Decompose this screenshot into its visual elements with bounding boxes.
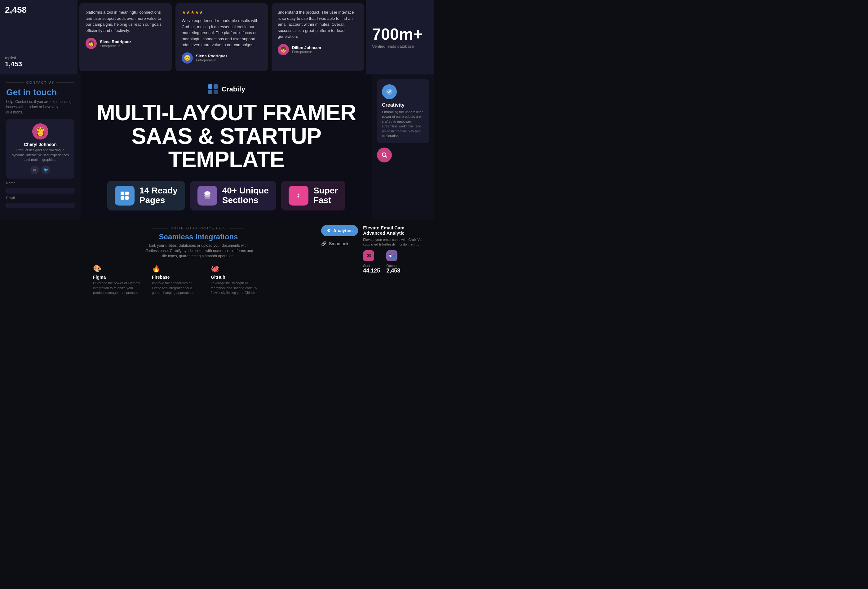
title-line1: MULTI-LAYOUT FRAMER bbox=[93, 101, 360, 125]
svg-rect-2 bbox=[208, 90, 213, 94]
email-campaign-area: Elevate Email Cam Advanced Analytic Elev… bbox=[363, 225, 429, 289]
github-desc: Leverage the strength of teamwork and sh… bbox=[211, 281, 260, 294]
unite-label-text: UNITE YOUR PROCESSES bbox=[170, 226, 226, 230]
testimonial-text-3: understand the product. The user interfa… bbox=[278, 9, 358, 40]
author-name-1: Siena Rodriguez bbox=[100, 39, 131, 44]
social-btn-1[interactable]: ✉ bbox=[30, 165, 39, 174]
avatar-emoji-3: 👨 bbox=[280, 46, 287, 53]
testimonial-card-2: ★★★★★ We've experienced remarkable resul… bbox=[176, 3, 268, 71]
member-avatar-emoji: 👸 bbox=[35, 127, 46, 137]
avatar-1: 👩 bbox=[86, 38, 97, 49]
touch-heading: Get in touch bbox=[6, 87, 74, 97]
analytics-button[interactable]: ⚙ Analytics bbox=[321, 225, 358, 236]
author-info-3: Dillon Johnson Entrepreneur bbox=[292, 45, 321, 54]
top-stat-number: 2,458 bbox=[5, 5, 72, 15]
seamless-desc: Link your utilities, databases or upload… bbox=[143, 243, 254, 258]
big-stat-number: 700m+ bbox=[372, 26, 428, 42]
testimonial-author-3: 👨 Dillon Johnson Entrepreneur bbox=[278, 44, 358, 55]
integration-row: 🎨 Figma Leverage the power of Figma's in… bbox=[93, 265, 304, 294]
testimonial-card-1: platforms a tool in meaningful connectio… bbox=[79, 3, 172, 71]
firebase-desc: Improve the capabilities of Firebase's i… bbox=[152, 281, 202, 294]
firebase-icon: 🔥 bbox=[152, 265, 202, 273]
replied-stat: replied 1,453 bbox=[5, 56, 22, 68]
figma-name: Figma bbox=[93, 275, 143, 280]
testimonial-author-1: 👩 Siena Rodriguez Entrepreneur bbox=[86, 38, 165, 49]
feature-label-fast: Super Fast bbox=[313, 186, 338, 205]
feature-label-fast-line1: Super bbox=[313, 186, 338, 196]
creativity-card: Creativity Embracing the unparalleled po… bbox=[377, 79, 429, 143]
social-btn-2[interactable]: 🐦 bbox=[41, 165, 50, 174]
avatar-emoji-1: 👩 bbox=[88, 40, 94, 47]
author-info-2: Siena Rodriguez Entrepreneur bbox=[196, 54, 227, 62]
top-row: 2,458 replied 1,453 platforms a tool in … bbox=[0, 0, 434, 74]
svg-point-10 bbox=[204, 197, 211, 199]
avatar-3: 👨 bbox=[278, 44, 289, 55]
feature-label-pages-line1: 14 Ready bbox=[140, 186, 178, 196]
feature-label-sections: 40+ Unique Sections bbox=[222, 186, 269, 205]
svg-rect-7 bbox=[125, 196, 128, 200]
smartlink-label[interactable]: SmartLink bbox=[329, 241, 348, 246]
email-desc: Elevate your email camp with Crabify's c… bbox=[363, 238, 429, 247]
seamless-integrations-text: Integrations bbox=[195, 232, 238, 241]
author-title-3: Entrepreneur bbox=[292, 50, 321, 54]
feature-label-pages: 14 Ready Pages bbox=[140, 186, 178, 205]
logo-text: Crabify bbox=[221, 85, 245, 93]
github-icon: 🐙 bbox=[211, 265, 260, 273]
feature-card-fast: Super Fast bbox=[281, 181, 345, 211]
svg-rect-5 bbox=[125, 192, 128, 195]
form-input-email bbox=[6, 203, 74, 208]
bottom-section: UNITE YOUR PROCESSES Seamless Integratio… bbox=[0, 220, 434, 294]
main-center: Crabify MULTI-LAYOUT FRAMER SAAS & START… bbox=[81, 74, 372, 220]
testimonial-author-2: 😊 Siena Rodriguez Entrepreneur bbox=[182, 52, 262, 63]
nav-buttons: ⚙ Analytics 🔗 SmartLink bbox=[321, 225, 358, 289]
testimonial-text-1: platforms a tool in meaningful connectio… bbox=[86, 9, 165, 34]
author-title-2: Entrepreneur bbox=[196, 58, 227, 62]
form-label-email: Email bbox=[6, 196, 74, 200]
email-stats: ✉ Sent 44,125 📬 Opened 2,458 bbox=[363, 250, 429, 274]
github-name: GitHub bbox=[211, 275, 260, 280]
form-label-name: Name bbox=[6, 181, 74, 185]
smartlink-icon: 🔗 bbox=[321, 241, 326, 246]
integration-figma: 🎨 Figma Leverage the power of Figma's in… bbox=[93, 265, 143, 294]
top-right-panel: 700m+ Verified leads database bbox=[366, 0, 434, 74]
contact-section-label: CONTACT US bbox=[27, 81, 55, 84]
search-circle bbox=[377, 148, 392, 162]
avatar-2: 😊 bbox=[182, 52, 193, 63]
unite-label: UNITE YOUR PROCESSES bbox=[93, 226, 304, 230]
firebase-name: Firebase bbox=[152, 275, 202, 280]
team-card: 👸 Cheryl Johnson Product designer specia… bbox=[6, 119, 74, 178]
smartlink-button[interactable]: 🔗 SmartLink bbox=[321, 241, 358, 246]
avatar-emoji-2: 😊 bbox=[184, 55, 190, 61]
svg-rect-0 bbox=[208, 84, 213, 89]
creativity-title: Creativity bbox=[382, 102, 424, 108]
member-social: ✉ 🐦 bbox=[30, 165, 50, 174]
member-role: Product designer specializing in dynamic… bbox=[10, 148, 70, 162]
feature-card-sections: 40+ Unique Sections bbox=[190, 181, 276, 211]
bottom-right: ⚙ Analytics 🔗 SmartLink Elevate Email Ca… bbox=[316, 220, 434, 294]
svg-rect-1 bbox=[214, 84, 218, 89]
logo-icon bbox=[207, 84, 218, 95]
integration-firebase: 🔥 Firebase Improve the capabilities of F… bbox=[152, 265, 202, 294]
sent-label: Sent bbox=[363, 264, 380, 267]
testimonial-card-3: understand the product. The user interfa… bbox=[272, 3, 364, 71]
sent-value: 44,125 bbox=[363, 267, 380, 274]
left-panel: CONTACT US Get in touch help. Contact us… bbox=[0, 74, 81, 220]
replied-count: 1,453 bbox=[5, 60, 22, 68]
opened-icon: 📬 bbox=[386, 250, 397, 261]
feature-icon-sections bbox=[198, 186, 217, 205]
top-left-panel: 2,458 replied 1,453 bbox=[0, 0, 78, 74]
team-member: 👸 Cheryl Johnson Product designer specia… bbox=[10, 123, 70, 174]
touch-heading-highlight: G bbox=[6, 87, 13, 97]
author-info-1: Siena Rodriguez Entrepreneur bbox=[100, 39, 131, 48]
feature-icon-fast bbox=[289, 186, 309, 205]
analytics-label[interactable]: Analytics bbox=[333, 228, 353, 233]
seamless-highlight: Seamless bbox=[159, 232, 193, 241]
opened-label: Opened bbox=[386, 264, 400, 267]
feature-card-pages: 14 Ready Pages bbox=[107, 181, 185, 211]
author-name-3: Dillon Johnson bbox=[292, 45, 321, 50]
author-title-1: Entrepreneur bbox=[100, 44, 131, 48]
svg-rect-3 bbox=[214, 90, 218, 94]
opened-value: 2,458 bbox=[386, 267, 400, 274]
svg-rect-4 bbox=[121, 192, 124, 195]
seamless-heading: Seamless Integrations bbox=[93, 232, 304, 241]
